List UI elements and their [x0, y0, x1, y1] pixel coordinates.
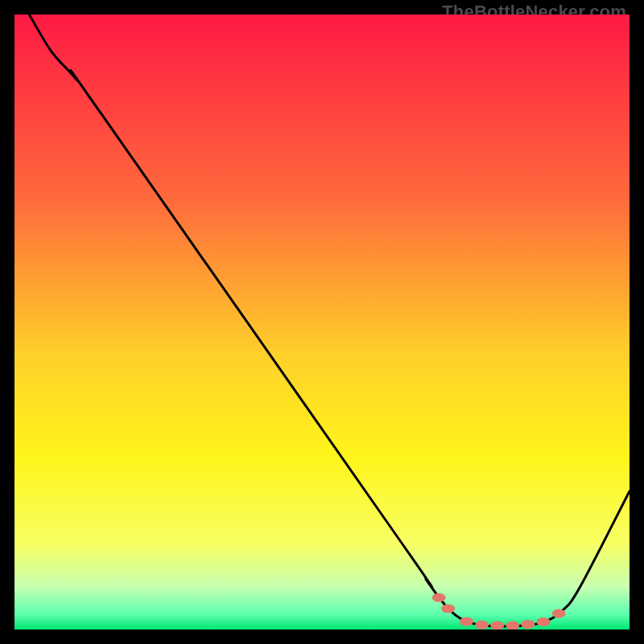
highlight-dot	[441, 605, 455, 613]
highlight-dot	[521, 620, 535, 629]
highlight-dot	[506, 621, 519, 630]
highlight-dot	[552, 609, 566, 618]
highlight-dot	[537, 617, 551, 626]
highlight-dot	[432, 593, 446, 602]
chart-frame	[14, 14, 630, 630]
gradient-background	[14, 14, 630, 630]
highlight-dot	[490, 621, 504, 630]
bottleneck-curve-chart	[14, 14, 630, 630]
highlight-dot	[475, 621, 489, 630]
highlight-dot	[460, 617, 473, 626]
